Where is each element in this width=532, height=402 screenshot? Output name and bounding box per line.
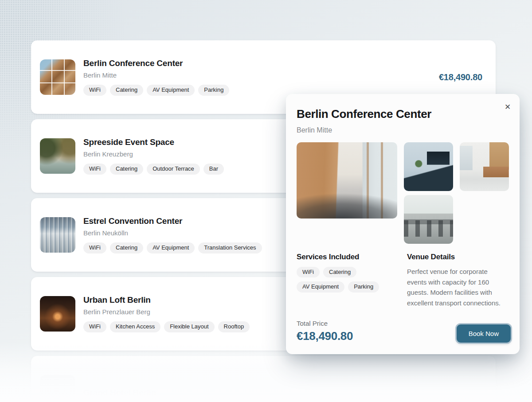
venue-thumbnail-photo <box>40 296 75 332</box>
lobby-photo <box>460 142 509 191</box>
venue-tag: Bar <box>203 164 224 174</box>
service-tag: WiFi <box>297 267 320 277</box>
services-heading: Services Included <box>297 253 400 261</box>
venue-location: Berlin Mitte <box>83 71 229 79</box>
venue-name: Spreeside Event Space <box>83 137 224 147</box>
service-tags: WiFi Catering AV Equipment Parking <box>297 267 400 293</box>
venue-thumbnail-photo <box>40 59 75 95</box>
venue-tag: Catering <box>110 242 143 253</box>
total-price-label: Total Price <box>297 320 353 327</box>
venue-tag: WiFi <box>83 85 106 95</box>
modal-title: Berlin Conference Center <box>297 107 509 121</box>
venue-location: Berlin Kreuzberg <box>83 150 224 158</box>
venue-tag: AV Equipment <box>147 242 195 253</box>
venue-location: Berlin Neukölln <box>83 229 262 237</box>
venue-tag: Flexible Layout <box>164 321 214 332</box>
details-heading: Venue Details <box>407 253 509 261</box>
venue-tag: Translation Services <box>198 242 262 253</box>
dining-area-photo <box>404 195 453 244</box>
venue-tag: Catering <box>110 85 143 95</box>
service-tag: Catering <box>323 267 356 277</box>
conference-hall-photo <box>297 142 397 219</box>
book-now-button[interactable]: Book Now <box>457 324 511 343</box>
service-tag: AV Equipment <box>297 281 344 292</box>
venue-tag: WiFi <box>83 164 106 174</box>
venue-tag: Parking <box>198 85 229 95</box>
venue-location: Berlin Prenzlauer Berg <box>83 308 250 316</box>
venue-tags: WiFi Catering AV Equipment Translation S… <box>83 242 262 253</box>
venue-name: Estrel Convention Center <box>83 216 262 226</box>
venue-card-grand-hotel-berlin[interactable]: Grand Hotel Berlin <box>31 356 496 402</box>
service-tag: Parking <box>348 281 379 292</box>
total-price-block: Total Price €18,490.80 <box>297 320 353 343</box>
venue-tags: WiFi Kitchen Access Flexible Layout Roof… <box>83 321 250 332</box>
details-text: Perfect venue for corporate events with … <box>407 266 509 308</box>
venue-tag: Outdoor Terrace <box>147 164 200 174</box>
venue-tags: WiFi Catering AV Equipment Parking <box>83 85 229 95</box>
modal-location: Berlin Mitte <box>297 126 509 134</box>
venue-tag: Rooftop <box>218 321 250 332</box>
venue-thumbnail-photo <box>40 375 75 402</box>
total-price-value: €18,490.80 <box>297 329 353 343</box>
photo-gallery <box>297 142 509 244</box>
venue-tag: Catering <box>110 164 143 174</box>
venue-name: Urban Loft Berlin <box>83 295 250 305</box>
meeting-room-photo <box>404 142 453 191</box>
venue-tags: WiFi Catering Outdoor Terrace Bar <box>83 164 224 174</box>
venue-name: Grand Hotel Berlin <box>83 388 156 398</box>
venue-thumbnail-photo <box>40 138 75 174</box>
venue-tag: WiFi <box>83 242 106 253</box>
venue-name: Berlin Conference Center <box>83 59 229 68</box>
venue-price: €18,490.80 <box>439 72 482 82</box>
close-icon: ✕ <box>505 103 511 111</box>
venue-tag: WiFi <box>83 321 106 332</box>
venue-tag: AV Equipment <box>147 85 195 95</box>
venue-tag: Kitchen Access <box>110 321 160 332</box>
venue-detail-modal: ✕ Berlin Conference Center Berlin Mitte … <box>286 94 520 354</box>
venue-thumbnail-photo <box>40 217 75 253</box>
close-button[interactable]: ✕ <box>501 100 514 113</box>
